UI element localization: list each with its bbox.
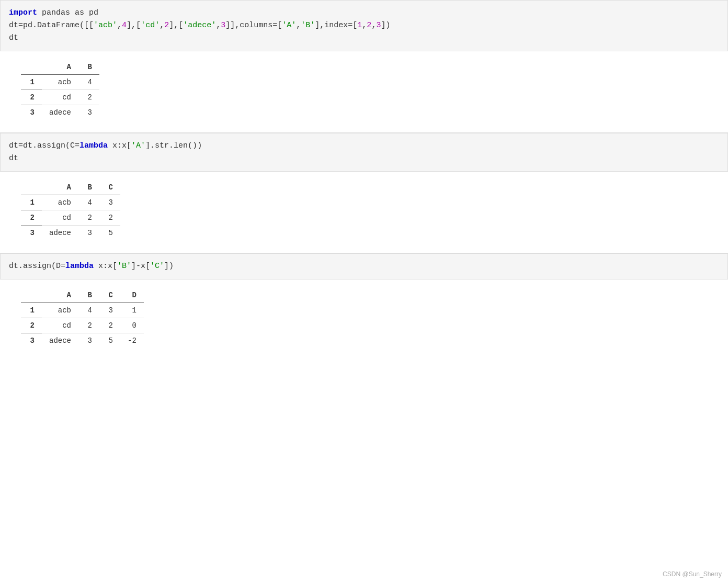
cell-1-3: 2 <box>99 318 120 333</box>
cell-1-1: cd <box>42 90 78 105</box>
code-token: , <box>296 21 301 30</box>
cell-0-0: 1 <box>21 75 42 90</box>
output-block-5: ABCD1acb4312cd2203adece35-2 <box>0 279 728 361</box>
cell-0-0: 1 <box>21 195 42 210</box>
code-line-0-0: import pandas as pd <box>9 7 719 19</box>
table-row: 1acb4 <box>21 75 99 90</box>
watermark: CSDN @Sun_Sherry <box>663 570 722 578</box>
code-token: = <box>18 141 23 150</box>
col-header-0 <box>21 60 42 75</box>
code-token: ],[ <box>169 21 183 30</box>
cell-0-3: 3 <box>99 195 120 210</box>
code-line-0-1: dt=pd.DataFrame([['acb',4],['cd',2],['ad… <box>9 19 719 32</box>
dataframe-table-5: ABCD1acb4312cd2203adece35-2 <box>21 288 144 348</box>
cell-0-0: 1 <box>21 303 42 318</box>
cell-0-4: 1 <box>120 303 144 318</box>
cell-2-3: 5 <box>99 333 120 349</box>
code-token: 'cd' <box>141 21 160 30</box>
code-token: x:x[ <box>94 262 117 271</box>
col-header-0 <box>21 180 42 195</box>
code-token: 'B' <box>301 21 315 30</box>
cell-1-1: cd <box>42 318 78 333</box>
code-token: 2 <box>164 21 169 30</box>
table-row: 2cd2 <box>21 90 99 105</box>
code-token: dt <box>9 33 18 42</box>
col-header-2: B <box>78 180 99 195</box>
code-token: 'acb' <box>94 21 117 30</box>
cell-1-2: 2 <box>78 318 99 333</box>
cell-2-2: 3 <box>78 226 99 241</box>
table-row: 1acb431 <box>21 303 144 318</box>
code-token: ]) <box>381 21 390 30</box>
output-block-1: AB1acb42cd23adece3 <box>0 51 728 132</box>
code-token: pandas <box>37 8 75 17</box>
code-line-4-0: dt.assign(D=lambda x:x['B']-x['C']) <box>9 260 719 273</box>
cell-2-3: 5 <box>99 226 120 241</box>
cell-1-2: 2 <box>78 210 99 226</box>
table-row: 2cd22 <box>21 210 120 226</box>
cell-2-1: adece <box>42 226 78 241</box>
table-row: 3adece35 <box>21 226 120 241</box>
code-token: dt <box>9 141 18 150</box>
code-token: 'adece' <box>183 21 216 30</box>
code-token: lambda <box>65 262 94 271</box>
code-token: ]-x[ <box>131 262 150 271</box>
code-token: ],[ <box>127 21 141 30</box>
code-token: , <box>362 21 367 30</box>
code-token: 3 <box>221 21 225 30</box>
code-line-0-2: dt <box>9 32 719 44</box>
cell-2-0: 3 <box>21 105 42 120</box>
col-header-1: A <box>42 60 78 75</box>
code-line-2-0: dt=dt.assign(C=lambda x:x['A'].str.len()… <box>9 140 719 152</box>
code-token: dt <box>9 154 18 163</box>
dataframe-table-1: AB1acb42cd23adece3 <box>21 60 99 120</box>
code-token: lambda <box>79 141 108 150</box>
code-token: dt.assign(D= <box>9 262 65 271</box>
code-token: 'A' <box>282 21 296 30</box>
code-token: import <box>9 8 37 17</box>
cell-2-0: 3 <box>21 333 42 349</box>
col-header-2: B <box>78 288 99 303</box>
col-header-1: A <box>42 288 78 303</box>
code-token: ]],columns=[ <box>225 21 282 30</box>
col-header-0 <box>21 288 42 303</box>
cell-2-1: adece <box>42 333 78 349</box>
code-block-4: dt.assign(D=lambda x:x['B']-x['C']) <box>0 253 728 279</box>
cell-0-1: acb <box>42 75 78 90</box>
cell-0-1: acb <box>42 303 78 318</box>
code-token: ],index=[ <box>315 21 357 30</box>
code-token: ].str.len()) <box>145 141 202 150</box>
code-token: as <box>75 8 84 17</box>
code-token: dt.assign(C= <box>23 141 79 150</box>
col-header-4: D <box>120 288 144 303</box>
cell-1-0: 2 <box>21 210 42 226</box>
cell-0-2: 4 <box>78 195 99 210</box>
cell-1-3: 2 <box>99 210 120 226</box>
code-token: pd <box>84 8 98 17</box>
cell-1-0: 2 <box>21 90 42 105</box>
cell-0-1: acb <box>42 195 78 210</box>
cell-2-1: adece <box>42 105 78 120</box>
cell-2-2: 3 <box>78 105 99 120</box>
code-token: = <box>18 21 23 30</box>
cell-1-4: 0 <box>120 318 144 333</box>
table-row: 3adece3 <box>21 105 99 120</box>
col-header-3: C <box>99 288 120 303</box>
cell-1-1: cd <box>42 210 78 226</box>
code-token: 'C' <box>150 262 164 271</box>
cell-2-4: -2 <box>120 333 144 349</box>
code-token: 4 <box>122 21 127 30</box>
cell-0-3: 3 <box>99 303 120 318</box>
code-line-2-1: dt <box>9 152 719 165</box>
dataframe-table-3: ABC1acb432cd223adece35 <box>21 180 120 240</box>
code-token: pd.DataFrame([[ <box>23 21 94 30</box>
table-row: 1acb43 <box>21 195 120 210</box>
cell-2-2: 3 <box>78 333 99 349</box>
cell-2-0: 3 <box>21 226 42 241</box>
code-token: x:x[ <box>108 141 131 150</box>
cell-1-0: 2 <box>21 318 42 333</box>
code-token: , <box>216 21 221 30</box>
cell-0-2: 4 <box>78 303 99 318</box>
code-token: dt <box>9 21 18 30</box>
table-row: 3adece35-2 <box>21 333 144 349</box>
